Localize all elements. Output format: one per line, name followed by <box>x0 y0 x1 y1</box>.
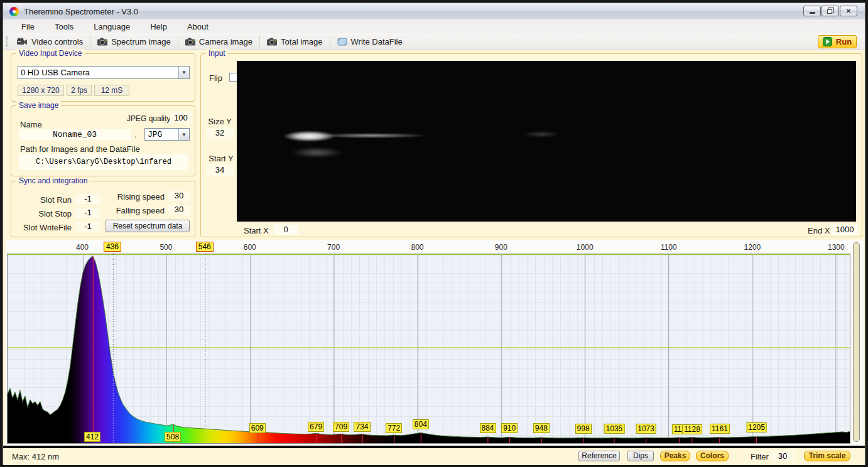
close-icon: ✕ <box>846 8 851 14</box>
menu-language[interactable]: Language <box>88 21 136 33</box>
menu-about[interactable]: About <box>182 21 214 33</box>
spectrum-streak-secondary <box>281 146 353 159</box>
video-device-value: 0 HD USB Camera <box>18 68 178 77</box>
close-button[interactable]: ✕ <box>840 6 857 16</box>
toolbar-item-label: Camera image <box>199 37 252 46</box>
title-bar[interactable]: Theremino Spectrometer - V3.0 ✕ <box>3 3 865 19</box>
slot-writefile-field[interactable]: -1 <box>75 222 100 232</box>
start-x-field[interactable]: 0 <box>274 225 298 235</box>
flip-label: Flip <box>209 73 222 83</box>
colors-button[interactable]: Colors <box>696 451 729 461</box>
peak-label: 804 <box>413 419 429 429</box>
run-button-label: Run <box>836 37 852 46</box>
write-datafile-button[interactable]: Write DataFile <box>332 35 408 48</box>
video-device-select[interactable]: 0 HD USB Camera ▼ <box>18 66 190 79</box>
menu-file[interactable]: File <box>16 21 40 33</box>
total-image-button[interactable]: Total image <box>262 35 327 48</box>
toolbar-item-label: Video controls <box>31 37 83 46</box>
peak-label: 1073 <box>636 424 656 434</box>
filter-field[interactable]: 30 <box>771 451 795 461</box>
end-x-label: End X <box>808 226 830 235</box>
camera-image-button[interactable]: Camera image <box>180 35 258 48</box>
x-axis-tick-label: 500 <box>160 243 172 252</box>
format-value: JPG <box>145 130 178 139</box>
video-input-panel: Video Input Device 0 HD USB Camera ▼ 128… <box>11 53 195 102</box>
chart-vertical-slider[interactable] <box>853 242 860 442</box>
jpeg-quality-field[interactable]: 100 <box>170 112 192 123</box>
peak-label: 508 <box>165 432 181 442</box>
slot-run-label: Slot Run <box>11 195 72 205</box>
jpeg-quality-label: JPEG quality <box>127 114 170 123</box>
x-axis-tick-label: 1000 <box>577 243 594 252</box>
trim-scale-button[interactable]: Trim scale <box>804 451 850 461</box>
end-x-field[interactable]: 1000 <box>832 225 858 235</box>
resolution-button[interactable]: 1280 x 720 <box>18 85 64 96</box>
peaks-button[interactable]: Peaks <box>660 451 690 461</box>
rising-speed-label: Rising speed <box>106 192 165 201</box>
chevron-down-icon: ▼ <box>178 67 189 78</box>
toolbar: Video controls Spectrum image Camera ima… <box>3 33 865 50</box>
camera-icon <box>97 38 107 46</box>
video-controls-button[interactable]: Video controls <box>12 35 88 48</box>
camera-icon <box>185 38 195 46</box>
reference-button[interactable]: Reference <box>578 451 620 461</box>
app-window: Theremino Spectrometer - V3.0 ✕ File Too… <box>3 3 865 464</box>
toolbar-item-label: Spectrum image <box>111 37 171 46</box>
falling-speed-field[interactable]: 30 <box>168 205 190 215</box>
x-axis-tick-label: 400 <box>76 243 89 252</box>
camera-preview[interactable] <box>237 61 856 222</box>
spectrum-streak-tail <box>296 132 447 139</box>
play-icon <box>823 37 832 46</box>
peak-label: 412 <box>84 432 100 442</box>
x-axis-tick-label: 600 <box>244 243 256 252</box>
format-select[interactable]: JPG ▼ <box>144 128 190 141</box>
sync-panel-title: Sync and integration <box>16 176 90 185</box>
menu-tools[interactable]: Tools <box>49 21 79 33</box>
fps-button[interactable]: 2 fps <box>67 85 92 96</box>
video-input-panel-title: Video Input Device <box>16 49 85 58</box>
start-y-field[interactable]: 34 <box>206 164 234 176</box>
restore-button[interactable] <box>822 6 839 16</box>
slot-run-field[interactable]: -1 <box>75 194 100 204</box>
slot-stop-label: Slot Stop <box>11 209 72 218</box>
x-axis-tick-label: 1100 <box>661 243 677 252</box>
toolbar-separator <box>178 36 178 47</box>
name-label: Name <box>20 120 42 129</box>
toolbar-separator <box>90 36 90 47</box>
spectrum-area <box>8 256 850 443</box>
x-axis-tick-label: 800 <box>411 243 423 252</box>
camera-icon <box>267 38 277 46</box>
toolbar-item-label: Write DataFile <box>351 37 403 46</box>
menu-bar: File Tools Language Help About <box>3 19 865 33</box>
menu-help[interactable]: Help <box>144 21 173 33</box>
reference-wavelength-label: 436 <box>104 242 121 252</box>
spectrum-image-button[interactable]: Spectrum image <box>92 35 176 48</box>
peak-label: 910 <box>501 423 518 433</box>
restore-icon <box>827 9 832 14</box>
toolbar-separator <box>259 36 260 47</box>
spectrum-plot[interactable] <box>7 254 850 444</box>
dips-button[interactable]: Dips <box>627 451 654 461</box>
minimize-button[interactable] <box>803 6 821 16</box>
x-axis-tick-label: 1200 <box>744 243 761 252</box>
status-bar: Max: 412 nm Reference Dips Peaks Colors … <box>3 448 865 465</box>
rising-speed-field[interactable]: 30 <box>168 191 190 201</box>
start-x-label: Start X <box>244 226 269 235</box>
chevron-down-icon: ▼ <box>178 129 189 140</box>
run-button[interactable]: Run <box>818 35 857 48</box>
dot-separator: . <box>134 130 137 139</box>
peak-label: 1035 <box>604 424 625 434</box>
toolbar-separator <box>330 36 330 47</box>
input-panel: Input Flip Size Y 32 Start Y 34 Start X … <box>200 53 862 237</box>
slot-stop-field[interactable]: -1 <box>75 208 100 218</box>
path-field[interactable]: C:\Users\GaryG\Desktop\infared <box>19 154 188 170</box>
slot-writefile-label: Slot WriteFile <box>11 223 72 232</box>
app-icon <box>9 7 19 16</box>
image-name-field[interactable]: Noname_03 <box>19 129 131 140</box>
exposure-button[interactable]: 12 mS <box>94 85 129 96</box>
toolbar-grip[interactable] <box>6 36 8 46</box>
reset-spectrum-button[interactable]: Reset spectrum data <box>106 220 190 232</box>
size-y-field[interactable]: 32 <box>206 127 234 139</box>
x-axis-tick-label: 900 <box>495 243 507 252</box>
peak-label: 609 <box>249 423 266 433</box>
